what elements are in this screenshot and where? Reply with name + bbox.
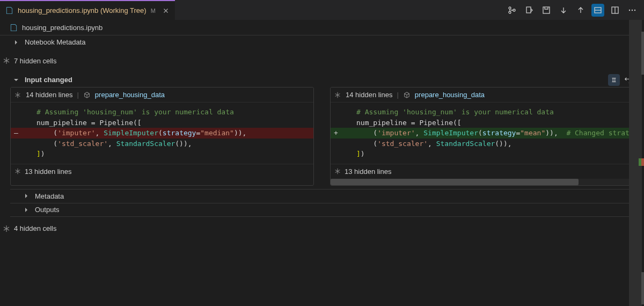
modified-pane: 14 hidden lines | prepare_housing_data #… <box>330 87 634 186</box>
arrow-up-icon[interactable] <box>574 4 587 17</box>
code-comment: # Assuming 'housing_num' is your numeric… <box>36 108 234 116</box>
close-icon[interactable] <box>162 7 170 14</box>
row-label: Notebook Metadata <box>25 38 85 46</box>
file-path: housing_predictions.ipynb <box>22 24 103 32</box>
divider: | <box>77 91 78 99</box>
symbol-icon <box>83 91 91 99</box>
function-name[interactable]: prepare_housing_data <box>415 91 485 99</box>
split-editor-icon[interactable] <box>609 4 621 17</box>
editor-tab[interactable]: housing_predictions.ipynb (Working Tree)… <box>0 0 175 20</box>
svg-rect-4 <box>543 7 550 13</box>
chevron-right-icon <box>13 39 19 46</box>
outputs-row[interactable]: Outputs <box>10 203 634 217</box>
unfold-icon <box>2 56 11 65</box>
metadata-row[interactable]: Metadata <box>10 189 634 203</box>
file-header: housing_predictions.ipynb <box>0 20 644 35</box>
unfold-icon <box>2 224 11 233</box>
diff-section: Input changed 14 hidden lines | prepare_… <box>0 72 644 217</box>
section-title: Input changed <box>25 76 72 84</box>
svg-point-9 <box>634 9 635 10</box>
minimap-added-marker <box>639 158 641 166</box>
save-icon[interactable] <box>540 4 553 17</box>
svg-point-7 <box>629 9 630 10</box>
svg-point-0 <box>509 7 511 9</box>
inline-diff-icon[interactable] <box>591 4 604 17</box>
svg-rect-3 <box>526 7 531 13</box>
removed-line: ('imputer', SimpleImputer(strategy="medi… <box>11 128 313 139</box>
added-line: ('imputer', SimpleImputer(strategy="mean… <box>331 128 633 139</box>
code-block[interactable]: # Assuming 'housing_num' is your numeric… <box>331 103 633 164</box>
minimap[interactable] <box>629 20 644 306</box>
modified-indicator: M <box>151 8 156 14</box>
original-pane: 14 hidden lines | prepare_housing_data #… <box>10 87 314 186</box>
hidden-lines-label: 14 hidden lines <box>346 91 392 99</box>
pane-footer: 13 hidden lines <box>331 164 633 179</box>
row-label: Metadata <box>35 192 64 200</box>
pane-header: 14 hidden lines | prepare_housing_data <box>11 88 313 103</box>
go-to-file-icon[interactable] <box>523 4 536 17</box>
chevron-right-icon <box>23 193 30 199</box>
svg-point-1 <box>509 11 511 13</box>
minimap-marker <box>641 32 644 75</box>
unfold-icon[interactable] <box>334 91 341 99</box>
row-label: Outputs <box>35 206 60 214</box>
chevron-right-icon <box>23 207 30 213</box>
tab-title: housing_predictions.ipynb (Working Tree) <box>18 6 147 14</box>
hidden-cells-label: 4 hidden cells <box>14 224 57 232</box>
hidden-cells-indicator[interactable]: 7 hidden cells <box>0 49 644 72</box>
hidden-cells-label: 7 hidden cells <box>14 57 57 65</box>
notebook-metadata-row[interactable]: Notebook Metadata <box>0 35 644 49</box>
minimap-marker <box>641 272 644 304</box>
scrollbar-thumb[interactable] <box>331 179 579 185</box>
hidden-lines-label: 13 hidden lines <box>25 167 71 176</box>
code-comment: # Assuming 'housing_num' is your numeric… <box>356 108 554 116</box>
svg-point-2 <box>513 9 515 11</box>
hidden-lines-label: 13 hidden lines <box>345 167 391 176</box>
code-block[interactable]: # Assuming 'housing_num' is your numeric… <box>11 103 313 164</box>
tab-bar: housing_predictions.ipynb (Working Tree)… <box>0 0 644 20</box>
section-header[interactable]: Input changed <box>10 72 634 87</box>
version-control-icon[interactable] <box>506 4 518 17</box>
divider: | <box>397 91 398 99</box>
diff-panes: 14 hidden lines | prepare_housing_data #… <box>10 87 634 186</box>
unfold-icon[interactable] <box>14 91 21 99</box>
unfold-icon[interactable] <box>334 167 341 175</box>
function-name[interactable]: prepare_housing_data <box>95 91 165 99</box>
hidden-cells-indicator[interactable]: 4 hidden cells <box>0 217 644 241</box>
hidden-lines-label: 14 hidden lines <box>26 91 72 99</box>
minimap-removed-marker <box>641 158 644 166</box>
notebook-icon <box>10 24 18 32</box>
symbol-icon <box>403 91 411 99</box>
unfold-icon[interactable] <box>14 167 21 175</box>
toolbar <box>506 4 639 17</box>
arrow-down-icon[interactable] <box>557 4 570 17</box>
svg-point-8 <box>632 9 633 10</box>
chevron-down-icon <box>13 77 19 83</box>
notebook-icon <box>5 6 13 14</box>
horizontal-scrollbar[interactable] <box>331 179 633 185</box>
pane-footer: 13 hidden lines <box>11 164 313 179</box>
pane-header: 14 hidden lines | prepare_housing_data <box>331 88 633 103</box>
more-icon[interactable] <box>626 4 639 17</box>
whitespace-icon[interactable] <box>608 74 620 86</box>
